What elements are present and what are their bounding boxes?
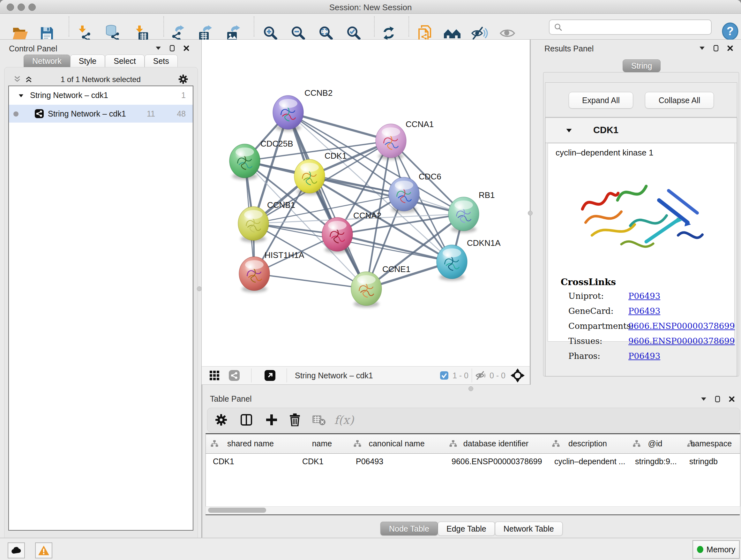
panel-float-icon[interactable] — [169, 45, 176, 52]
graph-edge[interactable] — [254, 273, 366, 289]
export-network-icon[interactable] — [169, 25, 185, 42]
node-label: CDKN1A — [467, 238, 501, 248]
splitter-handle[interactable] — [197, 287, 202, 291]
network-view-canvas[interactable]: CCNB2CCNA1CDC25BCDK1CDC6RB1CCNB1CCNA2CDK… — [202, 40, 530, 366]
column-header[interactable]: namespace — [682, 434, 740, 454]
tab-select[interactable]: Select — [105, 55, 144, 67]
control-panel-title: Control Panel — [9, 44, 57, 53]
zoom-selected-icon[interactable] — [346, 25, 361, 41]
graph-edge[interactable] — [288, 112, 366, 289]
tab-string[interactable]: String — [623, 59, 661, 72]
delete-table-icon[interactable] — [312, 414, 326, 426]
table-cell[interactable]: CDK1 — [295, 454, 349, 470]
warning-button[interactable] — [35, 543, 52, 558]
clone-network-icon[interactable] — [417, 24, 433, 42]
gene-collapse-icon[interactable] — [565, 127, 573, 134]
export-image-icon[interactable] — [225, 25, 241, 42]
column-header[interactable]: database identifier — [445, 434, 548, 454]
tab-sets[interactable]: Sets — [145, 55, 178, 67]
gene-section-header[interactable]: CDK1 — [545, 118, 737, 143]
crosslink-link[interactable]: P06493 — [628, 351, 660, 361]
column-header[interactable]: description — [547, 434, 628, 454]
refresh-view-icon[interactable] — [381, 25, 396, 41]
network-options-gear-icon[interactable] — [178, 74, 188, 84]
tab-node-table[interactable]: Node Table — [381, 522, 438, 536]
selected-nodes-checkbox[interactable] — [440, 371, 449, 380]
tab-edge-table[interactable]: Edge Table — [438, 522, 495, 536]
graph-node-CDKN1A[interactable]: CDKN1A — [436, 238, 501, 281]
import-table-icon[interactable] — [133, 25, 149, 42]
panel-close-icon[interactable] — [728, 395, 735, 402]
graph-node-CDK1[interactable]: CDK1 — [294, 151, 347, 195]
table-cell[interactable]: cyclin–dependent ... — [547, 454, 628, 470]
export-table-icon[interactable] — [197, 25, 213, 42]
network-list-toolbar: 1 of 1 Network selected — [4, 72, 197, 86]
open-in-window-icon[interactable] — [264, 370, 276, 381]
graph-node-CCNE1[interactable]: CCNE1 — [351, 264, 410, 307]
panel-menu-icon[interactable] — [155, 45, 162, 52]
column-header[interactable]: shared name — [206, 434, 295, 454]
table-cell[interactable]: CDK1 — [206, 454, 295, 470]
function-builder-icon[interactable]: f(x) — [334, 414, 354, 427]
hidden-elements-icon[interactable] — [475, 370, 487, 381]
hide-selected-icon[interactable] — [471, 25, 488, 41]
expand-all-button[interactable]: Expand All — [569, 92, 633, 109]
horizontal-scrollbar[interactable] — [205, 506, 740, 515]
crosslink-link[interactable]: P06493 — [628, 306, 660, 316]
import-network-icon[interactable] — [76, 25, 92, 42]
column-header[interactable]: name — [295, 434, 349, 454]
zoom-fit-icon[interactable] — [318, 25, 333, 41]
network-graph[interactable]: CCNB2CCNA1CDC25BCDK1CDC6RB1CCNB1CCNA2CDK… — [202, 40, 530, 366]
table-cell[interactable]: stringdb:9... — [628, 454, 682, 470]
birds-eye-view-icon[interactable] — [210, 371, 219, 380]
help-icon[interactable]: ? — [722, 22, 738, 40]
crosslink-link[interactable]: 9606.ENSP00000378699 — [628, 336, 735, 346]
network-share-icon[interactable] — [228, 370, 240, 381]
panel-float-icon[interactable] — [713, 45, 720, 52]
import-network-database-icon[interactable] — [104, 25, 121, 42]
column-header[interactable]: canonical name — [349, 434, 445, 454]
table-cell[interactable]: stringdb — [682, 454, 740, 470]
zoom-out-icon[interactable] — [290, 25, 306, 41]
network-collection-row[interactable]: String Network – cdk1 1 — [9, 86, 193, 104]
graph-node-CCNB2[interactable]: CCNB2 — [273, 88, 333, 131]
show-all-icon[interactable] — [499, 26, 516, 40]
table-cell[interactable]: 9606.ENSP00000378699 — [445, 454, 547, 470]
delete-column-icon[interactable] — [289, 414, 300, 426]
graph-node-RB1[interactable]: RB1 — [448, 190, 495, 233]
zoom-in-icon[interactable] — [263, 25, 278, 41]
graph-node-HIST1H1A[interactable]: HIST1H1A — [239, 250, 305, 293]
show-columns-icon[interactable] — [240, 414, 253, 426]
column-header[interactable]: @id — [628, 434, 683, 454]
tab-network-table[interactable]: Network Table — [495, 522, 562, 536]
network-row-selected[interactable]: String Network – cdk1 11 48 — [9, 105, 193, 123]
first-neighbors-icon[interactable] — [443, 26, 461, 40]
panel-menu-icon[interactable] — [700, 395, 707, 402]
fit-selected-icon[interactable] — [511, 368, 525, 382]
save-session-icon[interactable] — [40, 26, 54, 41]
add-column-icon[interactable] — [266, 414, 278, 426]
crosslink-link[interactable]: P06493 — [628, 291, 660, 301]
search-icon — [554, 23, 562, 31]
table-cell[interactable]: P06493 — [349, 454, 445, 470]
graph-node-CCNB1[interactable]: CCNB1 — [238, 200, 295, 242]
collection-expand-icon[interactable] — [18, 92, 24, 99]
panel-menu-icon[interactable] — [698, 45, 705, 52]
memory-button[interactable]: Memory — [692, 540, 740, 559]
splitter-handle[interactable] — [468, 386, 473, 391]
panel-close-icon[interactable] — [727, 45, 734, 52]
open-session-icon[interactable] — [12, 26, 29, 41]
scrollbar-thumb[interactable] — [208, 508, 266, 513]
panel-float-icon[interactable] — [714, 395, 721, 402]
warning-icon — [38, 545, 50, 556]
tab-style[interactable]: Style — [70, 55, 105, 67]
tab-network[interactable]: Network — [23, 55, 70, 67]
table-options-gear-icon[interactable] — [215, 414, 227, 426]
protein-structure-image — [574, 161, 711, 266]
splitter-handle[interactable] — [528, 211, 533, 215]
search-input[interactable] — [549, 19, 712, 35]
collapse-all-button[interactable]: Collapse All — [645, 92, 714, 109]
cloud-button[interactable] — [8, 543, 25, 558]
crosslink-link[interactable]: 9606.ENSP00000378699 — [628, 321, 735, 331]
panel-close-icon[interactable] — [183, 45, 190, 52]
